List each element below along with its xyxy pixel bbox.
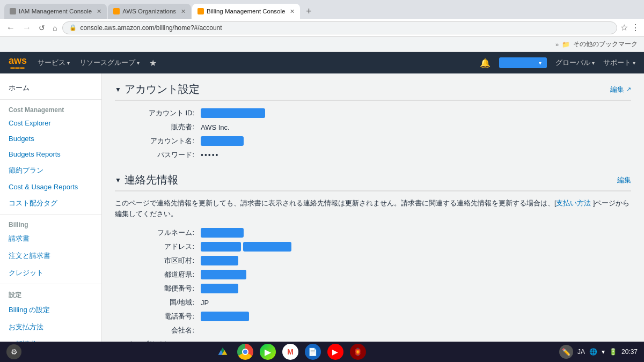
tab-billing-close[interactable]: ✕ xyxy=(290,8,295,15)
account-name-row: アカウント名: xyxy=(115,136,631,146)
address-value1 xyxy=(201,242,241,252)
sidebar-item-cost-usage-reports[interactable]: Cost & Usage Reports xyxy=(0,179,101,195)
bookmark-extend: » xyxy=(555,41,559,48)
seller-row: 販売者: AWS Inc. xyxy=(115,122,631,132)
reload-button[interactable]: ↺ xyxy=(36,23,47,33)
city-row: 市区町村: xyxy=(115,256,631,265)
url-input[interactable]: 🔒 console.aws.amazon.com/billing/home?#/… xyxy=(62,21,617,34)
tab-orgs-close[interactable]: ✕ xyxy=(181,8,186,15)
tab-orgs[interactable]: AWS Organizations ✕ xyxy=(108,4,191,19)
seller-label: 販売者: xyxy=(115,122,201,132)
contact-notice: このページで連絡先情報を更新しても、請求書に表示される連絡先情報は更新されません… xyxy=(115,198,631,219)
fullname-row: フルネーム: xyxy=(115,228,631,238)
sidebar-item-orders[interactable]: 注文と請求書 xyxy=(0,247,101,264)
global-menu[interactable]: グローバル ▾ xyxy=(555,58,595,68)
back-button[interactable]: ← xyxy=(4,22,17,34)
star-bookmark[interactable]: ☆ xyxy=(620,23,628,33)
collapse-icon[interactable]: ▼ xyxy=(115,86,121,93)
external-link-icon: ↗ xyxy=(626,86,631,93)
taskbar-chrome-icon[interactable] xyxy=(237,344,253,360)
contact-info-title: ▼ 連絡先情報 xyxy=(115,173,178,187)
sidebar-section-cost-management: Cost Management xyxy=(0,102,101,115)
support-menu[interactable]: サポート ▾ xyxy=(603,58,635,68)
contact-info-section: ▼ 連絡先情報 編集 このページで連絡先情報を更新しても、請求書に表示される連絡… xyxy=(115,173,631,342)
taskbar-gmail-icon[interactable]: M xyxy=(282,344,298,360)
taskbar-docs-icon[interactable]: 📄 xyxy=(305,344,321,360)
url-text: console.aws.amazon.com/billing/home?#/ac… xyxy=(80,24,222,32)
taskbar-center: ▶ M 📄 ▶ 🏮 xyxy=(27,344,554,360)
prefecture-value xyxy=(201,270,246,279)
sidebar-item-billing-settings[interactable]: Billing の設定 xyxy=(0,301,101,319)
tab-orgs-label: AWS Organizations xyxy=(122,8,176,14)
contact-collapse-icon[interactable]: ▼ xyxy=(115,176,121,184)
taskbar-settings-icon[interactable]: ⚙ xyxy=(6,344,21,359)
address-value2 xyxy=(243,242,291,252)
sidebar-item-home[interactable]: ホーム xyxy=(0,79,101,97)
tab-billing[interactable]: Billing Management Console ✕ xyxy=(192,4,300,19)
sidebar: ホーム Cost Management Cost Explorer Budget… xyxy=(0,73,102,342)
support-label: サポート xyxy=(603,58,631,68)
taskbar-network-icon: 🌐 xyxy=(589,348,597,356)
prefecture-label: 都道府県: xyxy=(115,270,201,279)
password-row: パスワード: ••••• xyxy=(115,150,631,160)
support-chevron: ▾ xyxy=(633,60,635,66)
billing-favicon xyxy=(197,8,204,14)
services-label: サービス xyxy=(38,58,65,68)
tab-iam-close[interactable]: ✕ xyxy=(97,8,101,15)
sidebar-item-credits[interactable]: クレジット xyxy=(0,264,101,282)
menu-button[interactable]: ⋮ xyxy=(631,23,640,33)
sidebar-item-payment-methods[interactable]: お支払方法 xyxy=(0,319,101,336)
global-label: グローバル xyxy=(555,58,590,68)
country-value: JP xyxy=(201,299,209,307)
sidebar-divider-2 xyxy=(0,214,101,215)
resource-groups-chevron: ▾ xyxy=(137,60,140,66)
account-settings-title: ▼ アカウント設定 xyxy=(115,82,200,97)
home-button[interactable]: ⌂ xyxy=(50,23,59,33)
bell-icon[interactable]: 🔔 xyxy=(480,58,491,68)
taskbar-dropdown-icon[interactable]: ▾ xyxy=(602,348,605,356)
favorites-icon[interactable]: ★ xyxy=(149,58,157,68)
forward-button[interactable]: → xyxy=(20,22,33,34)
main-content: ▼ アカウント設定 編集 ↗ アカウント ID: 販売者: AWS Inc. xyxy=(102,73,644,342)
browser-chrome: IAM Management Console ✕ AWS Organizatio… xyxy=(0,0,644,19)
payment-method-link[interactable]: 支払い方法 xyxy=(556,200,591,207)
resource-groups-menu[interactable]: リソースグループ ▾ xyxy=(79,58,140,68)
fullname-value xyxy=(201,228,244,238)
sidebar-divider-3 xyxy=(0,284,101,284)
nav-right: 🔔 ▾ グローバル ▾ サポート ▾ xyxy=(480,57,635,68)
city-label: 市区町村: xyxy=(115,256,201,265)
taskbar-right: ✏️ JA 🌐 ▾ 🔋 20:37 xyxy=(559,345,638,359)
sidebar-item-savings-plan[interactable]: 節約プラン xyxy=(0,162,101,179)
contact-edit-link[interactable]: 編集 xyxy=(617,175,631,185)
sidebar-item-budgets[interactable]: Budgets xyxy=(0,131,101,146)
resource-groups-label: リソースグループ xyxy=(79,58,135,68)
account-button-text xyxy=(504,59,537,67)
tab-iam[interactable]: IAM Management Console ✕ xyxy=(4,4,107,19)
taskbar-youtube-icon[interactable]: ▶ xyxy=(327,344,343,360)
account-edit-link[interactable]: 編集 ↗ xyxy=(610,85,631,94)
password-value: ••••• xyxy=(201,151,219,159)
sidebar-item-cost-explorer[interactable]: Cost Explorer xyxy=(0,115,101,131)
taskbar-drive-icon[interactable] xyxy=(215,344,231,360)
prefecture-row: 都道府県: xyxy=(115,270,631,279)
sidebar-item-consolidated-billing[interactable]: 一括請求 xyxy=(0,336,101,342)
aws-logo[interactable]: aws ▬▬▬ xyxy=(9,56,27,70)
bookmark-bar: » 📁 その他のブックマーク xyxy=(0,37,644,52)
contact-info-header: ▼ 連絡先情報 編集 xyxy=(115,173,631,191)
sidebar-item-invoices[interactable]: 請求書 xyxy=(0,230,101,247)
account-fields: アカウント ID: 販売者: AWS Inc. アカウント名: パスワード: •… xyxy=(115,108,631,160)
sidebar-item-budgets-reports[interactable]: Budgets Reports xyxy=(0,146,101,162)
account-name-value xyxy=(201,136,244,146)
address-label: アドレス: xyxy=(115,242,201,252)
sidebar-item-cost-allocation-tags[interactable]: コスト配分タグ xyxy=(0,195,101,212)
services-menu[interactable]: サービス ▾ xyxy=(38,58,70,68)
taskbar-extra-icon[interactable]: 🏮 xyxy=(350,344,366,360)
orgs-favicon xyxy=(113,8,120,14)
taskbar-play-icon[interactable]: ▶ xyxy=(260,344,276,360)
postal-value xyxy=(201,284,238,293)
services-chevron: ▾ xyxy=(67,60,70,66)
taskbar-edit-icon[interactable]: ✏️ xyxy=(559,345,573,359)
other-bookmarks-label[interactable]: その他のブックマーク xyxy=(573,40,638,49)
new-tab-button[interactable]: + xyxy=(301,4,316,19)
account-button[interactable]: ▾ xyxy=(499,57,547,68)
